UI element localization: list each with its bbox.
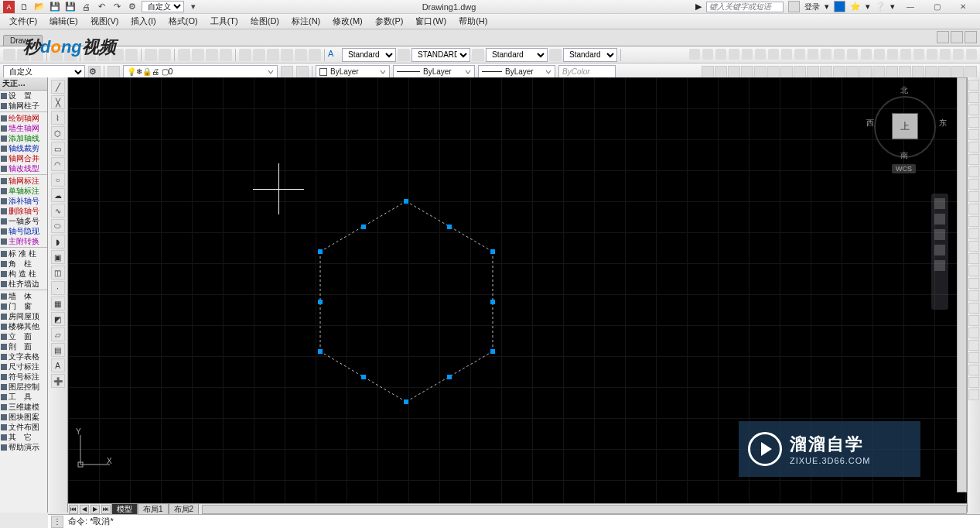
nav-showmotion-icon[interactable] [934, 260, 945, 271]
tz-item[interactable]: 设 置 [0, 91, 47, 101]
dim-jog-icon[interactable] [767, 66, 780, 78]
zoom-prev-icon[interactable] [220, 49, 232, 61]
toolpalette-icon[interactable] [267, 49, 279, 61]
viewcube-top[interactable]: 上 [892, 113, 918, 139]
tz-item[interactable]: 帮助演示 [0, 442, 47, 452]
mod-explode-icon[interactable] [887, 49, 898, 60]
gradient-icon[interactable]: ◩ [51, 312, 65, 326]
mod-18-icon[interactable] [913, 49, 924, 60]
help-icon[interactable]: ❔ [875, 2, 886, 12]
command-line[interactable]: ⋮ 命令: *取消* [48, 514, 980, 528]
rectangle-icon[interactable]: ▭ [51, 142, 65, 156]
drawing-tab[interactable]: Draw… [3, 35, 43, 46]
mod-fillet-icon[interactable] [874, 49, 885, 60]
mod-erase-icon[interactable] [689, 49, 700, 60]
dim-tol-icon[interactable] [872, 66, 885, 78]
dim-radius-icon[interactable] [754, 66, 767, 78]
mod-trim-icon[interactable] [808, 49, 818, 60]
rb-11-icon[interactable] [968, 204, 979, 214]
grip[interactable] [318, 249, 323, 254]
mod-stretch-icon[interactable] [794, 49, 805, 60]
mod-19-icon[interactable] [927, 49, 937, 60]
navigation-bar[interactable] [931, 194, 948, 310]
mtext-icon[interactable]: A [51, 358, 65, 372]
menu-insert[interactable]: 插入(I) [126, 15, 160, 27]
nav-orbit-icon[interactable] [934, 245, 945, 255]
help-dropdown-icon[interactable]: ▾ [866, 2, 870, 12]
qat-new-icon[interactable]: 🗋 [18, 1, 30, 13]
tz-item[interactable]: 主附转换 [0, 236, 47, 246]
mod-join-icon[interactable] [847, 49, 858, 60]
dim-base-icon[interactable] [820, 66, 832, 78]
mod-21-icon[interactable] [953, 49, 964, 60]
tz-item[interactable]: 楼梯其他 [0, 321, 47, 331]
tz-item[interactable]: 绘制轴网 [0, 113, 47, 123]
paste-icon[interactable] [111, 49, 124, 61]
rb-4-icon[interactable] [968, 117, 979, 128]
dim-insp-icon[interactable] [899, 66, 911, 78]
tz-item[interactable]: 文件布图 [0, 422, 47, 432]
rb-19-icon[interactable] [968, 303, 979, 314]
qat-redo-icon[interactable]: ↷ [111, 1, 123, 13]
dim-cont-icon[interactable] [833, 66, 845, 78]
dimstyle-select[interactable]: STANDARD [411, 48, 470, 62]
grip[interactable] [404, 399, 408, 404]
tz-item[interactable]: 轴改线型 [0, 163, 47, 173]
viewcube[interactable]: 上 北 南 西 东 WCS [866, 82, 944, 183]
menu-window[interactable]: 窗口(W) [411, 15, 451, 27]
drawing-canvas[interactable]: Y X 上 北 南 西 东 WCS 溜溜自学 ZIXUE.3D66.COM [68, 77, 967, 503]
mod-22-icon[interactable] [966, 49, 977, 60]
dim-linear-icon[interactable] [702, 66, 714, 78]
mleaderstyle-icon[interactable] [549, 49, 562, 61]
rb-5-icon[interactable] [968, 129, 979, 140]
tz-item[interactable]: 轴号隐现 [0, 226, 47, 236]
tab-close-button[interactable] [965, 31, 977, 43]
cmd-handle-icon[interactable]: ⋮ [51, 516, 63, 528]
tz-item[interactable]: 图块图案 [0, 412, 47, 422]
tab-first-icon[interactable]: ⏮ [69, 505, 78, 514]
insert-icon[interactable]: ▣ [51, 250, 65, 264]
tablestyle-icon[interactable] [472, 49, 484, 61]
line-icon[interactable]: ╱ [51, 80, 65, 94]
hatch-icon[interactable]: ▦ [51, 297, 65, 310]
tz-item[interactable]: 轴网标注 [0, 176, 47, 186]
tz-item[interactable]: 墙 体 [0, 291, 47, 301]
login-dropdown-icon[interactable]: ▾ [825, 2, 829, 12]
vertical-scrollbar[interactable] [957, 77, 967, 492]
mod-array-icon[interactable] [742, 49, 753, 60]
search-input[interactable] [706, 2, 784, 12]
maximize-button[interactable]: ▢ [926, 1, 948, 13]
rb-23-icon[interactable] [968, 352, 979, 363]
ws-settings-icon[interactable]: ⚙ [88, 66, 101, 78]
tab-prev-icon[interactable]: ◀ [80, 505, 89, 514]
revcloud-icon[interactable]: ☁ [51, 188, 65, 202]
mod-break-icon[interactable] [834, 49, 845, 60]
layer-combo[interactable]: 💡❄🔒🖨 ▢ 0 [123, 65, 278, 79]
tz-item[interactable]: 三维建模 [0, 402, 47, 412]
tz-item[interactable]: 标 准 柱 [0, 249, 47, 259]
mleaderstyle-select[interactable]: Standard [563, 48, 617, 62]
tz-item[interactable]: 删除轴号 [0, 206, 47, 216]
dim-aligned-icon[interactable] [715, 66, 727, 78]
dim-space-icon[interactable] [846, 66, 859, 78]
tz-item[interactable]: 文字表格 [0, 351, 47, 362]
dimstyle-icon[interactable] [398, 49, 410, 61]
dim-break-icon[interactable] [859, 66, 872, 78]
dim-angle-icon[interactable] [794, 66, 806, 78]
tab-last-icon[interactable]: ⏭ [101, 505, 111, 514]
plot-icon[interactable] [50, 49, 63, 61]
pan-icon[interactable] [178, 49, 190, 61]
qat-saveas-icon[interactable]: 💾 [64, 1, 77, 13]
help-arrow-icon[interactable]: ▾ [890, 2, 895, 12]
polygon-icon[interactable]: ⬡ [51, 126, 65, 140]
markup-icon[interactable] [295, 49, 307, 61]
wcs-label[interactable]: WCS [892, 164, 916, 173]
menu-edit[interactable]: 编辑(E) [45, 15, 83, 27]
rb-17-icon[interactable] [968, 278, 979, 289]
rb-7-icon[interactable] [968, 154, 979, 165]
tab-layout1[interactable]: 布局1 [138, 503, 169, 515]
qat-dropdown-icon[interactable]: ▾ [187, 1, 200, 13]
lineweight-combo[interactable]: ByLayer [478, 65, 555, 79]
close-button[interactable]: ✕ [952, 1, 974, 13]
tz-item[interactable]: 添补轴号 [0, 196, 47, 206]
